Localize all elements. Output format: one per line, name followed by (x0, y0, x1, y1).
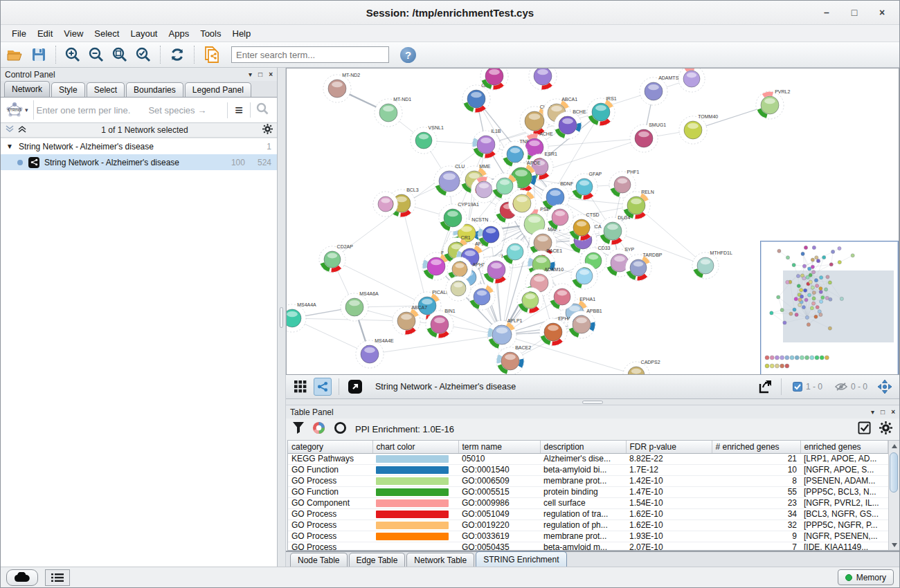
menu-item-file[interactable]: File (6, 27, 32, 40)
protein-node[interactable]: IL1B (472, 129, 501, 158)
select-columns-icon[interactable] (858, 421, 871, 437)
table-row[interactable]: GO FunctionGO:0005515protein binding1.47… (288, 486, 888, 497)
string-logo-icon[interactable]: STRING ▾ (3, 102, 30, 118)
protein-node[interactable] (678, 68, 705, 92)
network-canvas[interactable]: MT-ND2MT-ND1VSNL1GAB2ADAMTS2PVRL2TOMM40S… (286, 68, 899, 375)
tab-style[interactable]: Style (51, 82, 85, 97)
protein-node[interactable]: ADAMTS2 (640, 75, 681, 105)
tab-select[interactable]: Select (87, 82, 125, 97)
table-row[interactable]: GO ComponentGO:0009986cell surface1.54E-… (288, 497, 888, 508)
export-network-icon[interactable] (756, 378, 774, 396)
tab-node-table[interactable]: Node Table (290, 553, 348, 567)
column-header--enriched-genes[interactable]: # enriched genes (712, 441, 800, 453)
tab-edge-table[interactable]: Edge Table (349, 553, 406, 567)
protein-node[interactable] (549, 284, 575, 310)
table-row[interactable]: KEGG Pathways05010Alzheimer's dise...8.8… (288, 453, 888, 464)
column-header-term-name[interactable]: term name (458, 441, 540, 453)
column-header-chart-color[interactable]: chart color (372, 441, 458, 453)
protein-node[interactable]: CADPS2 (623, 360, 660, 375)
string-style-toggle-icon[interactable] (314, 378, 332, 396)
birdseye-view[interactable] (760, 241, 899, 375)
protein-node[interactable]: IRS1 (587, 96, 617, 126)
save-session-button[interactable] (28, 44, 49, 65)
protein-node[interactable]: TNF (502, 139, 529, 167)
navigate-move-icon[interactable] (876, 378, 894, 396)
help-icon[interactable]: ? (400, 47, 416, 63)
table-row[interactable]: GO ProcessGO:0033619membrane prot...1.93… (288, 531, 888, 542)
scroll-up-icon[interactable] (889, 441, 899, 451)
table-row[interactable]: GO FunctionGO:0001540beta-amyloid bi...1… (288, 464, 888, 475)
table-scrollbar[interactable] (888, 441, 899, 550)
table-row[interactable]: GO ProcessGO:0050435beta-amyloid m...2.0… (288, 542, 888, 550)
search-input[interactable] (231, 46, 389, 63)
panel-menu-icon[interactable]: ▾ (871, 408, 874, 416)
tab-legend-panel[interactable]: Legend Panel (185, 82, 251, 97)
menu-item-help[interactable]: Help (227, 27, 257, 40)
panel-float-icon[interactable]: □ (881, 408, 885, 416)
protein-node[interactable]: PVRL2 (756, 89, 790, 119)
menu-item-view[interactable]: View (58, 27, 89, 40)
protein-node[interactable]: BACE2 (496, 345, 531, 375)
protein-node[interactable]: MS4A4E (356, 338, 394, 368)
table-row[interactable]: GO ProcessGO:0051049regulation of tra...… (288, 508, 888, 520)
string-options-icon[interactable]: ≡ (227, 102, 250, 118)
protein-node[interactable]: MT-ND2 (323, 73, 360, 102)
zoom-in-button[interactable] (62, 44, 83, 65)
protein-node[interactable]: GFAP (571, 172, 602, 200)
tab-network[interactable]: Network (4, 81, 50, 97)
protein-node[interactable]: MT-ND1 (375, 97, 411, 127)
table-row[interactable]: GO ProcessGO:0019220regulation of ph...1… (288, 520, 888, 531)
protein-node[interactable]: TOMM40 (679, 114, 718, 144)
panel-float-icon[interactable]: □ (258, 71, 262, 78)
panel-menu-icon[interactable]: ▾ (249, 71, 252, 78)
panel-close-icon[interactable]: × (269, 71, 273, 78)
refresh-button[interactable] (167, 44, 188, 65)
clone-network-button[interactable] (201, 44, 222, 65)
menu-item-layout[interactable]: Layout (125, 27, 163, 40)
panel-close-icon[interactable]: × (891, 408, 895, 416)
tree-expander-icon[interactable]: ▼ (6, 143, 13, 150)
protein-node[interactable]: ABCA7 (393, 305, 427, 335)
menu-item-select[interactable]: Select (89, 27, 125, 40)
zoom-selected-button[interactable] (133, 44, 154, 65)
open-external-icon[interactable] (346, 378, 364, 396)
open-session-button[interactable] (5, 44, 26, 65)
panel-splitter[interactable] (278, 68, 286, 567)
table-row[interactable]: GO ProcessGO:0006509membrane prot...1.42… (288, 475, 888, 486)
maximize-button[interactable]: □ (845, 7, 863, 18)
protein-node[interactable]: CD2AP (319, 244, 353, 273)
network-options-gear-icon[interactable] (262, 124, 273, 136)
tab-boundaries[interactable]: Boundaries (126, 82, 183, 97)
table-settings-gear-icon[interactable] (879, 421, 892, 437)
column-header-description[interactable]: description (540, 441, 626, 453)
grid-view-icon[interactable] (291, 378, 309, 396)
task-list-button[interactable] (45, 569, 70, 586)
protein-node[interactable] (373, 192, 398, 217)
pie-chart-icon[interactable] (312, 421, 325, 437)
menu-item-apps[interactable]: Apps (163, 27, 195, 40)
memory-button[interactable]: Memory (838, 569, 894, 585)
protein-node[interactable]: MS4A6A (341, 291, 379, 321)
protein-node[interactable]: DLG4 (599, 215, 631, 245)
protein-node[interactable] (469, 284, 495, 310)
scrollbar-thumb[interactable] (890, 452, 898, 493)
close-button[interactable]: × (873, 7, 891, 18)
zoom-out-button[interactable] (86, 44, 107, 65)
collapse-all-icon[interactable] (5, 125, 15, 136)
zoom-fit-button[interactable] (109, 44, 130, 65)
tab-string-enrichment[interactable]: STRING Enrichment (476, 551, 566, 567)
expand-all-icon[interactable] (17, 125, 27, 136)
cloud-button[interactable] (6, 569, 38, 586)
network-collection-row[interactable]: ▼ String Network - Alzheimer's disease 1 (1, 138, 277, 154)
protein-node[interactable] (446, 276, 471, 301)
protein-node[interactable] (529, 68, 557, 90)
column-header-fdr-p-value[interactable]: FDR p-value (626, 441, 712, 453)
string-query-input[interactable]: Enter one term per line. (37, 105, 131, 116)
menu-item-tools[interactable]: Tools (195, 27, 226, 40)
protein-node[interactable]: VSNL1 (411, 125, 444, 154)
column-header-category[interactable]: category (288, 441, 372, 453)
scroll-down-icon[interactable] (889, 540, 899, 550)
menu-item-edit[interactable]: Edit (32, 27, 58, 40)
minimize-button[interactable]: – (818, 7, 836, 18)
column-header-enriched-genes[interactable]: enriched genes (800, 441, 888, 453)
